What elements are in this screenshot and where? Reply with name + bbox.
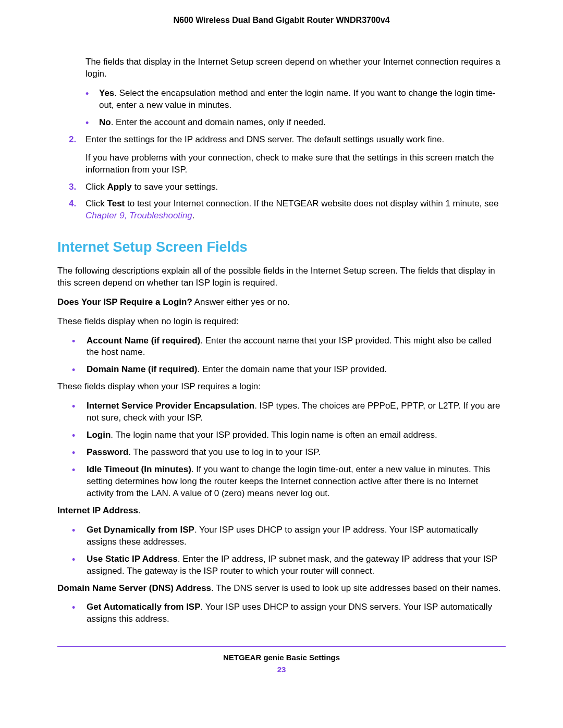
yes-text: . Select the encapsulation method and en… <box>99 88 496 110</box>
step-text-b: to save your settings. <box>132 182 218 192</box>
dns-auto-label: Get Automatically from ISP <box>87 602 201 612</box>
list-item: Internet Service Provider Encapsulation.… <box>72 400 506 424</box>
numbered-steps: 2. Enter the settings for the IP address… <box>69 134 506 223</box>
login-option-list: Yes. Select the encapsulation method and… <box>85 88 506 129</box>
password-text: . The password that you use to log in to… <box>128 447 321 457</box>
body-content: The fields that display in the Internet … <box>57 56 506 625</box>
no-login-list: Account Name (if required). Enter the ac… <box>72 335 506 376</box>
page-footer: NETGEAR genie Basic Settings 23 <box>57 653 506 674</box>
login-list: Internet Service Provider Encapsulation.… <box>72 400 506 500</box>
list-item: Get Dynamically from ISP. Your ISP uses … <box>72 524 506 548</box>
section-heading: Internet Setup Screen Fields <box>57 238 506 256</box>
list-item: Idle Timeout (In minutes). If you want t… <box>72 464 506 500</box>
step-text-b: to test your Internet connection. If the… <box>125 199 498 208</box>
step-text-c: . <box>192 211 195 220</box>
ip-address-dot: . <box>138 505 141 515</box>
ip-address-list: Get Dynamically from ISP. Your ISP uses … <box>72 524 506 577</box>
ip-address-heading: Internet IP Address. <box>57 505 506 517</box>
step-text: Enter the settings for the IP address an… <box>85 134 444 144</box>
step-number: 4. <box>69 198 76 210</box>
list-item: Account Name (if required). Enter the ac… <box>72 335 506 359</box>
footer-divider <box>57 646 506 647</box>
idle-timeout-label: Idle Timeout (In minutes) <box>87 464 191 474</box>
encapsulation-label: Internet Service Provider Encapsulation <box>87 401 254 411</box>
step-text-a: Click <box>85 199 107 208</box>
yes-label: Yes <box>99 88 114 98</box>
login-intro: These fields display when your ISP requi… <box>57 381 506 393</box>
list-item: Password. The password that you use to l… <box>72 447 506 459</box>
step-number: 3. <box>69 181 76 193</box>
isp-question: Does Your ISP Require a Login? Answer ei… <box>57 297 506 309</box>
step-text-a: Click <box>85 182 107 192</box>
page-number: 23 <box>57 665 506 674</box>
step-sub-text: If you have problems with your connectio… <box>85 152 506 176</box>
dns-list: Get Automatically from ISP. Your ISP use… <box>72 601 506 625</box>
no-label: No <box>99 117 111 127</box>
list-item: Use Static IP Address. Enter the IP addr… <box>72 553 506 577</box>
troubleshooting-link[interactable]: Chapter 9, Troubleshooting <box>85 211 192 220</box>
dynamic-ip-label: Get Dynamically from ISP <box>87 525 194 535</box>
domain-name-label: Domain Name (if required) <box>87 364 198 374</box>
login-text: . The login name that your ISP provided.… <box>111 430 437 440</box>
ip-address-bold: Internet IP Address <box>57 505 138 515</box>
apply-label: Apply <box>107 182 132 192</box>
list-item: Yes. Select the encapsulation method and… <box>85 88 506 112</box>
page-header: N600 Wireless Dual Band Gigabit Router W… <box>57 16 506 25</box>
step-item: 3. Click Apply to save your settings. <box>69 181 506 193</box>
no-login-intro: These fields display when no login is re… <box>57 316 506 328</box>
intro-paragraph: The fields that display in the Internet … <box>85 56 506 80</box>
account-name-label: Account Name (if required) <box>87 336 200 346</box>
footer-title: NETGEAR genie Basic Settings <box>57 653 506 662</box>
dns-heading: Domain Name Server (DNS) Address. The DN… <box>57 583 506 595</box>
dns-heading-text: . The DNS server is used to look up site… <box>211 583 500 593</box>
test-label: Test <box>107 199 125 208</box>
section-intro: The following descriptions explain all o… <box>57 265 506 289</box>
list-item: No. Enter the account and domain names, … <box>85 117 506 129</box>
step-number: 2. <box>69 134 76 146</box>
list-item: Domain Name (if required). Enter the dom… <box>72 364 506 376</box>
list-item: Get Automatically from ISP. Your ISP use… <box>72 601 506 625</box>
step-item: 4. Click Test to test your Internet conn… <box>69 198 506 222</box>
step-item: 2. Enter the settings for the IP address… <box>69 134 506 176</box>
dns-heading-bold: Domain Name Server (DNS) Address <box>57 583 211 593</box>
login-label: Login <box>87 430 111 440</box>
document-page: N600 Wireless Dual Band Gigabit Router W… <box>0 0 563 689</box>
isp-question-text: Answer either yes or no. <box>192 297 290 307</box>
list-item: Login. The login name that your ISP prov… <box>72 429 506 441</box>
domain-name-text: . Enter the domain name that your ISP pr… <box>198 364 387 374</box>
no-text: . Enter the account and domain names, on… <box>111 117 326 127</box>
isp-question-bold: Does Your ISP Require a Login? <box>57 297 192 307</box>
password-label: Password <box>87 447 128 457</box>
static-ip-label: Use Static IP Address <box>87 554 178 564</box>
